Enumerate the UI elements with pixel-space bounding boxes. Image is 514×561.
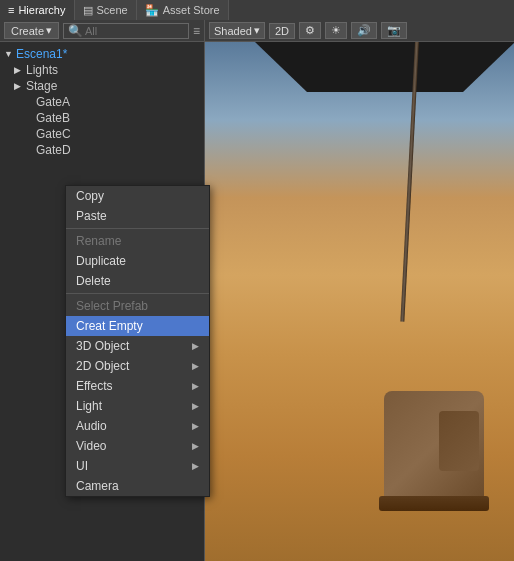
- delete-label: Delete: [76, 274, 111, 288]
- stage-arrow: ▶: [14, 81, 24, 91]
- duplicate-label: Duplicate: [76, 254, 126, 268]
- menu-item-creat-empty[interactable]: Creat Empty: [66, 316, 209, 336]
- menu-item-video[interactable]: Video ▶: [66, 436, 209, 456]
- menu-item-effects[interactable]: Effects ▶: [66, 376, 209, 396]
- hierarchy-menu-icon[interactable]: ≡: [193, 24, 200, 38]
- scene-object-detail: [439, 411, 479, 471]
- scene-tab-icon: ▤: [83, 4, 93, 17]
- hierarchy-panel: Create ▾ 🔍 ≡ ▼ Escena1* ▶ Lights ▶: [0, 20, 205, 561]
- copy-label: Copy: [76, 189, 104, 203]
- scene-panel: Shaded ▾ 2D ⚙ ☀ 🔊 📷: [205, 20, 514, 561]
- shading-dropdown[interactable]: Shaded ▾: [209, 22, 265, 39]
- menu-item-3d-object[interactable]: 3D Object ▶: [66, 336, 209, 356]
- menu-item-copy[interactable]: Copy: [66, 186, 209, 206]
- separator-1: [66, 228, 209, 229]
- gatea-label: GateA: [36, 95, 70, 109]
- menu-item-paste[interactable]: Paste: [66, 206, 209, 226]
- menu-item-delete[interactable]: Delete: [66, 271, 209, 291]
- tree-item-gatec[interactable]: ▶ GateC: [0, 126, 204, 142]
- scene-settings-button[interactable]: ⚙: [299, 22, 321, 39]
- scene-tab-label: Scene: [97, 4, 128, 16]
- 2d-mode-button[interactable]: 2D: [269, 23, 295, 39]
- effects-arrow: ▶: [192, 381, 199, 391]
- select-prefab-label: Select Prefab: [76, 299, 148, 313]
- main-layout: Create ▾ 🔍 ≡ ▼ Escena1* ▶ Lights ▶: [0, 20, 514, 561]
- context-menu: Copy Paste Rename Duplicate Delete Selec…: [65, 185, 210, 497]
- 2d-mode-label: 2D: [275, 25, 289, 37]
- hierarchy-tab-icon: ≡: [8, 4, 14, 16]
- lights-label: Lights: [26, 63, 58, 77]
- tree-root[interactable]: ▼ Escena1*: [0, 46, 204, 62]
- tree-item-gated[interactable]: ▶ GateD: [0, 142, 204, 158]
- tab-hierarchy[interactable]: ≡ Hierarchy: [0, 0, 75, 20]
- tree-item-stage[interactable]: ▶ Stage: [0, 78, 204, 94]
- menu-item-camera[interactable]: Camera: [66, 476, 209, 496]
- search-icon: 🔍: [68, 24, 83, 38]
- search-input[interactable]: [85, 25, 184, 37]
- hierarchy-toolbar: Create ▾ 🔍 ≡: [0, 20, 204, 42]
- tree-item-gatea[interactable]: ▶ GateA: [0, 94, 204, 110]
- asset-store-tab-icon: 🏪: [145, 4, 159, 17]
- separator-2: [66, 293, 209, 294]
- gated-label: GateD: [36, 143, 71, 157]
- light-icon: ☀: [331, 24, 341, 36]
- create-button[interactable]: Create ▾: [4, 22, 59, 39]
- scene-object: [384, 391, 484, 501]
- stage-label: Stage: [26, 79, 57, 93]
- video-label: Video: [76, 439, 106, 453]
- shading-arrow: ▾: [254, 24, 260, 37]
- camera-label: Camera: [76, 479, 119, 493]
- root-arrow: ▼: [4, 49, 14, 59]
- settings-icon: ⚙: [305, 24, 315, 36]
- scene-background: [205, 42, 514, 561]
- light-arrow: ▶: [192, 401, 199, 411]
- audio-label: Audio: [76, 419, 107, 433]
- scene-overhang: [255, 42, 514, 92]
- video-arrow: ▶: [192, 441, 199, 451]
- gatec-label: GateC: [36, 127, 71, 141]
- create-dropdown-icon: ▾: [46, 24, 52, 37]
- menu-item-select-prefab: Select Prefab: [66, 296, 209, 316]
- lights-arrow: ▶: [14, 65, 24, 75]
- paste-label: Paste: [76, 209, 107, 223]
- ui-arrow: ▶: [192, 461, 199, 471]
- tab-scene[interactable]: ▤ Scene: [75, 0, 137, 20]
- light-label: Light: [76, 399, 102, 413]
- shading-label: Shaded: [214, 25, 252, 37]
- 3d-object-arrow: ▶: [192, 341, 199, 351]
- creat-empty-label: Creat Empty: [76, 319, 143, 333]
- 3d-object-label: 3D Object: [76, 339, 129, 353]
- asset-store-tab-label: Asset Store: [163, 4, 220, 16]
- 2d-object-label: 2D Object: [76, 359, 129, 373]
- rename-label: Rename: [76, 234, 121, 248]
- tab-bar: ≡ Hierarchy ▤ Scene 🏪 Asset Store: [0, 0, 514, 20]
- menu-item-audio[interactable]: Audio ▶: [66, 416, 209, 436]
- audio-icon: 🔊: [357, 24, 371, 36]
- scene-camera-button[interactable]: 📷: [381, 22, 407, 39]
- scene-viewport[interactable]: [205, 42, 514, 561]
- scene-light-button[interactable]: ☀: [325, 22, 347, 39]
- effects-label: Effects: [76, 379, 112, 393]
- menu-item-light[interactable]: Light ▶: [66, 396, 209, 416]
- menu-item-rename: Rename: [66, 231, 209, 251]
- menu-item-ui[interactable]: UI ▶: [66, 456, 209, 476]
- tree-item-lights[interactable]: ▶ Lights: [0, 62, 204, 78]
- 2d-object-arrow: ▶: [192, 361, 199, 371]
- camera-icon: 📷: [387, 24, 401, 36]
- root-label: Escena1*: [16, 47, 67, 61]
- scene-toolbar: Shaded ▾ 2D ⚙ ☀ 🔊 📷: [205, 20, 514, 42]
- gateb-label: GateB: [36, 111, 70, 125]
- menu-item-duplicate[interactable]: Duplicate: [66, 251, 209, 271]
- hierarchy-tab-label: Hierarchy: [18, 4, 65, 16]
- ui-label: UI: [76, 459, 88, 473]
- scene-audio-button[interactable]: 🔊: [351, 22, 377, 39]
- menu-item-2d-object[interactable]: 2D Object ▶: [66, 356, 209, 376]
- tree-item-gateb[interactable]: ▶ GateB: [0, 110, 204, 126]
- audio-arrow: ▶: [192, 421, 199, 431]
- tab-asset-store[interactable]: 🏪 Asset Store: [137, 0, 229, 20]
- search-box: 🔍: [63, 23, 189, 39]
- create-button-label: Create: [11, 25, 44, 37]
